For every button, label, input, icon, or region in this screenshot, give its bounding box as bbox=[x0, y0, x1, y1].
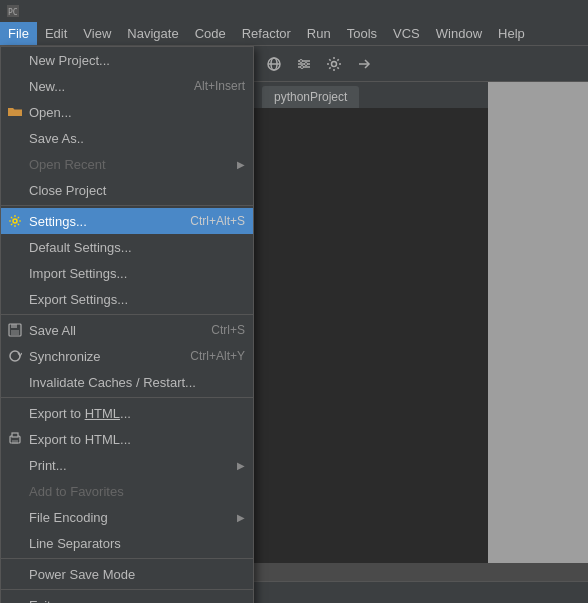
menu-item-make-read-only[interactable]: Line Separators bbox=[1, 530, 253, 556]
menu-item-add-to-favorites[interactable]: Print... ▶ bbox=[1, 452, 253, 478]
menu-item-import-settings[interactable]: Import Settings... bbox=[1, 260, 253, 286]
settings-gear-icon bbox=[7, 213, 23, 229]
svg-text:PC: PC bbox=[8, 8, 18, 17]
print-icon bbox=[7, 431, 23, 447]
separator-5 bbox=[1, 589, 253, 590]
menu-item-print[interactable]: Export to HTML... bbox=[1, 426, 253, 452]
menu-item-settings[interactable]: Settings... Ctrl+Alt+S bbox=[1, 208, 253, 234]
menu-item-new[interactable]: New... Alt+Insert bbox=[1, 73, 253, 99]
side-panel bbox=[488, 82, 588, 563]
app-icon: PC bbox=[6, 4, 20, 18]
main-area: pythonProject http://blog.cs... New Proj… bbox=[0, 46, 588, 603]
settings-icon[interactable] bbox=[292, 52, 316, 76]
menu-help[interactable]: Help bbox=[490, 22, 533, 45]
file-dropdown-menu: New Project... New... Alt+Insert Open...… bbox=[0, 46, 254, 603]
gear-icon[interactable] bbox=[322, 52, 346, 76]
menu-edit[interactable]: Edit bbox=[37, 22, 75, 45]
menu-item-line-separators[interactable]: File Encoding ▶ bbox=[1, 504, 253, 530]
svg-point-11 bbox=[332, 61, 337, 66]
svg-rect-19 bbox=[12, 440, 18, 444]
menu-item-save-as[interactable]: Save As.. bbox=[1, 125, 253, 151]
separator-1 bbox=[1, 205, 253, 206]
menu-file[interactable]: File bbox=[0, 22, 37, 45]
menu-item-open[interactable]: Open... bbox=[1, 99, 253, 125]
menu-item-export-settings[interactable]: Export Settings... bbox=[1, 286, 253, 312]
menu-run[interactable]: Run bbox=[299, 22, 339, 45]
svg-rect-18 bbox=[12, 433, 18, 437]
title-bar: PC bbox=[0, 0, 588, 22]
menu-view[interactable]: View bbox=[75, 22, 119, 45]
svg-point-9 bbox=[305, 62, 308, 65]
menu-tools[interactable]: Tools bbox=[339, 22, 385, 45]
svg-point-10 bbox=[301, 65, 304, 68]
svg-point-8 bbox=[300, 59, 303, 62]
menu-item-invalidate-caches[interactable]: Invalidate Caches / Restart... bbox=[1, 369, 253, 395]
save-icon bbox=[7, 322, 23, 338]
menu-item-close-project[interactable]: Close Project bbox=[1, 177, 253, 203]
menu-item-save-all[interactable]: Save All Ctrl+S bbox=[1, 317, 253, 343]
menu-vcs[interactable]: VCS bbox=[385, 22, 428, 45]
menu-window[interactable]: Window bbox=[428, 22, 490, 45]
svg-point-13 bbox=[13, 219, 17, 223]
separator-3 bbox=[1, 397, 253, 398]
menu-item-new-project[interactable]: New Project... bbox=[1, 47, 253, 73]
menu-refactor[interactable]: Refactor bbox=[234, 22, 299, 45]
folder-icon bbox=[7, 104, 23, 120]
toolbar bbox=[254, 46, 588, 82]
svg-rect-16 bbox=[11, 330, 19, 335]
sync-icon bbox=[7, 348, 23, 364]
arrow-icon[interactable] bbox=[352, 52, 376, 76]
menu-item-default-settings[interactable]: Default Settings... bbox=[1, 234, 253, 260]
menu-navigate[interactable]: Navigate bbox=[119, 22, 186, 45]
menu-item-exit[interactable]: Exit bbox=[1, 592, 253, 603]
menu-item-file-encoding[interactable]: Add to Favorites bbox=[1, 478, 253, 504]
menu-item-power-save[interactable]: Power Save Mode bbox=[1, 561, 253, 587]
menu-bar: File Edit View Navigate Code Refactor Ru… bbox=[0, 22, 588, 46]
tab-python-project[interactable]: pythonProject bbox=[262, 86, 359, 108]
menu-item-synchronize[interactable]: Synchronize Ctrl+Alt+Y bbox=[1, 343, 253, 369]
globe-icon[interactable] bbox=[262, 52, 286, 76]
separator-4 bbox=[1, 558, 253, 559]
separator-2 bbox=[1, 314, 253, 315]
menu-code[interactable]: Code bbox=[187, 22, 234, 45]
menu-item-open-recent[interactable]: Open Recent ▶ bbox=[1, 151, 253, 177]
menu-item-export-html[interactable]: Export to HTML... bbox=[1, 400, 253, 426]
svg-rect-15 bbox=[11, 324, 17, 328]
